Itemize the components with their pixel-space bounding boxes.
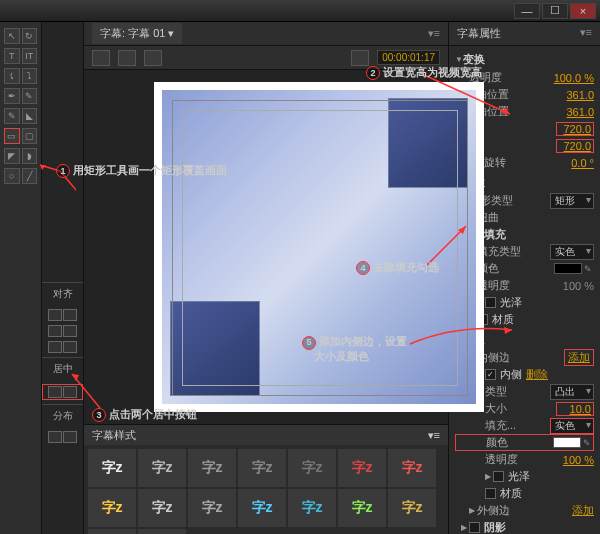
arc-tool[interactable]: ◗ <box>22 148 38 164</box>
tool-opt-3[interactable] <box>144 50 162 66</box>
selection-tool[interactable]: ↖ <box>4 28 20 44</box>
inner-stroke-add[interactable]: 添加 <box>564 349 594 366</box>
align-btn-1[interactable] <box>48 309 62 321</box>
title-tab[interactable]: 字幕: 字幕 01 ▾ <box>92 23 182 44</box>
stroke-gloss-check[interactable] <box>493 471 504 482</box>
graphic-type-select[interactable]: 矩形 <box>550 193 594 209</box>
props-menu-icon[interactable]: ▾≡ <box>580 26 592 39</box>
pen-tool[interactable]: ✒ <box>4 88 20 104</box>
fill-type-select[interactable]: 实色 <box>550 244 594 260</box>
center-label: 居中 <box>42 357 83 380</box>
align-btn-6[interactable] <box>63 341 77 353</box>
style-preset[interactable]: 字z <box>238 489 286 527</box>
style-preset[interactable]: 字z <box>238 449 286 487</box>
gloss-checkbox[interactable] <box>485 297 496 308</box>
opacity-value[interactable]: 100.0 % <box>554 72 594 84</box>
anchor-conv-tool[interactable]: ◣ <box>22 108 38 124</box>
stroke-opacity[interactable]: 100 % <box>556 454 594 466</box>
window-min[interactable]: — <box>514 3 540 19</box>
stroke-tex-check[interactable] <box>485 488 496 499</box>
align-btn-3[interactable] <box>48 325 62 337</box>
tool-strip: ↖↻ TIT ⤹⤵ ✒✎ ✎◣ ▭▢ ◤◗ ○╱ <box>0 22 42 534</box>
stroke-type-select[interactable]: 凸出 <box>550 384 594 400</box>
ellipse-tool[interactable]: ○ <box>4 168 20 184</box>
tool-opt-2[interactable] <box>118 50 136 66</box>
align-btn-5[interactable] <box>48 341 62 353</box>
wedge-tool[interactable]: ◤ <box>4 148 20 164</box>
type-tool[interactable]: T <box>4 48 20 64</box>
style-preset[interactable]: 字z <box>88 449 136 487</box>
rotate-tool[interactable]: ↻ <box>22 28 38 44</box>
outer-stroke-add[interactable]: 添加 <box>572 503 594 518</box>
window-max[interactable]: ☐ <box>542 3 568 19</box>
fill-opacity[interactable]: 100 % <box>556 280 594 292</box>
style-preset[interactable]: 字z <box>388 489 436 527</box>
dist-btn-1[interactable] <box>48 431 62 443</box>
align-label: 对齐 <box>42 282 83 305</box>
timecode[interactable]: 00:00:01:17 <box>377 50 440 65</box>
rectangle-tool[interactable]: ▭ <box>4 128 20 144</box>
style-preset[interactable]: 字z <box>138 489 186 527</box>
style-preset[interactable]: 字z <box>138 449 186 487</box>
styles-menu-icon[interactable]: ▾≡ <box>428 429 440 442</box>
style-preset[interactable]: 字z <box>88 529 136 534</box>
style-preset[interactable]: 字z <box>138 529 186 534</box>
safe-rect-inner <box>182 110 458 386</box>
vtype-tool[interactable]: IT <box>22 48 38 64</box>
fill-color-swatch[interactable] <box>554 263 582 274</box>
tool-opt-1[interactable] <box>92 50 110 66</box>
anchor-tool[interactable]: ✎ <box>22 88 38 104</box>
style-preset[interactable]: 字z <box>338 489 386 527</box>
stroke-size-value[interactable]: 10.0 <box>556 402 594 416</box>
props-tab[interactable]: 字幕属性 <box>457 27 501 39</box>
style-preset[interactable]: 字z <box>338 449 386 487</box>
distort-section[interactable]: 扭曲 <box>477 210 594 225</box>
transform-section[interactable]: ▼变换 <box>455 50 594 69</box>
dist-label: 分布 <box>42 404 83 427</box>
stroke-fill-select[interactable]: 实色 <box>550 418 594 434</box>
inner-delete[interactable]: 删除 <box>526 367 548 382</box>
window-close[interactable]: × <box>570 3 596 19</box>
style-grid: 字z 字z 字z 字z 字z 字z 字z 字z 字z 字z 字z 字z 字z 字… <box>84 445 448 534</box>
dist-btn-2[interactable] <box>63 431 77 443</box>
align-btn-4[interactable] <box>63 325 77 337</box>
stroke-color-swatch[interactable] <box>553 437 581 448</box>
width-value[interactable]: 720.0 <box>556 122 594 136</box>
line-tool[interactable]: ╱ <box>22 168 38 184</box>
xpos-value[interactable]: 361.0 <box>556 89 594 101</box>
panel-menu-icon[interactable]: ▾≡ <box>428 27 440 40</box>
style-preset[interactable]: 字z <box>288 449 336 487</box>
align-btn-2[interactable] <box>63 309 77 321</box>
style-preset[interactable]: 字z <box>188 449 236 487</box>
rot-value[interactable]: 0.0 ° <box>556 157 594 169</box>
align-panel: 对齐 居中 分布 <box>42 22 84 534</box>
shadow-check[interactable] <box>469 522 480 533</box>
path-type-tool[interactable]: ⤹ <box>4 68 20 84</box>
inner-check[interactable]: ✓ <box>485 369 496 380</box>
styles-header: 字幕样式 <box>92 428 136 443</box>
eyedropper-icon[interactable]: ✎ <box>583 438 593 448</box>
style-preset[interactable]: 字z <box>288 489 336 527</box>
style-preset[interactable]: 字z <box>88 489 136 527</box>
path-type2-tool[interactable]: ⤵ <box>22 68 38 84</box>
style-preset[interactable]: 字z <box>188 489 236 527</box>
ypos-value[interactable]: 361.0 <box>556 106 594 118</box>
style-preset[interactable]: 字z <box>388 449 436 487</box>
canvas[interactable] <box>84 70 448 424</box>
tab-dropdown-icon[interactable]: ▾ <box>168 27 174 39</box>
center-v-button[interactable] <box>63 386 77 398</box>
height-value[interactable]: 720.0 <box>556 139 594 153</box>
tc-icon[interactable] <box>351 50 369 66</box>
eyedropper-icon[interactable]: ✎ <box>584 264 594 274</box>
rounded-rect-tool[interactable]: ▢ <box>22 128 38 144</box>
anchor-del-tool[interactable]: ✎ <box>4 108 20 124</box>
center-h-button[interactable] <box>48 386 62 398</box>
